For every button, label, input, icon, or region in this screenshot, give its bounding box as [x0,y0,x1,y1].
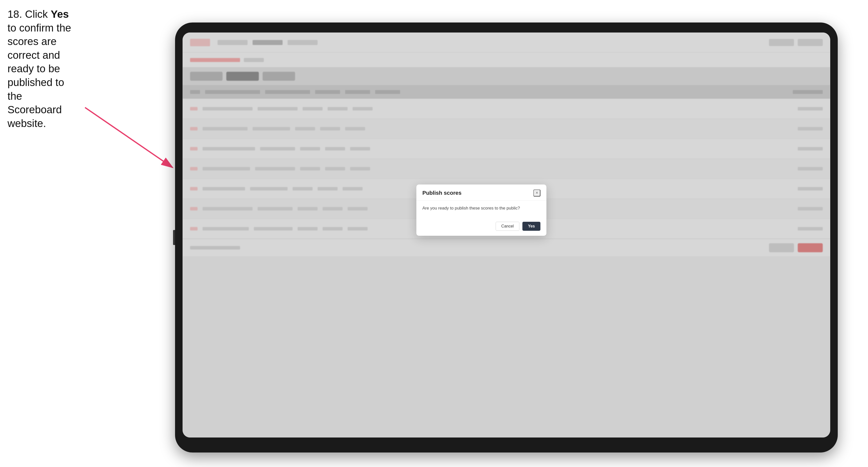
cancel-button[interactable]: Cancel [496,222,520,231]
publish-scores-modal: Publish scores × Are you ready to publis… [416,185,547,236]
modal-overlay: Publish scores × Are you ready to publis… [183,32,830,437]
modal-close-button[interactable]: × [533,189,540,196]
tablet-screen: Publish scores × Are you ready to publis… [183,32,830,437]
instruction-text: 18. Click Yes to confirm the scores are … [7,7,78,130]
modal-title: Publish scores [422,190,462,196]
svg-line-1 [85,107,173,167]
tablet-side-button [173,230,175,245]
modal-header: Publish scores × [416,185,547,201]
tablet-device: Publish scores × Are you ready to publis… [175,23,838,453]
modal-footer: Cancel Yes [416,222,547,236]
yes-button[interactable]: Yes [522,222,540,231]
yes-emphasis: Yes [51,8,69,20]
modal-body: Are you ready to publish these scores to… [416,201,547,222]
modal-message: Are you ready to publish these scores to… [422,206,540,211]
